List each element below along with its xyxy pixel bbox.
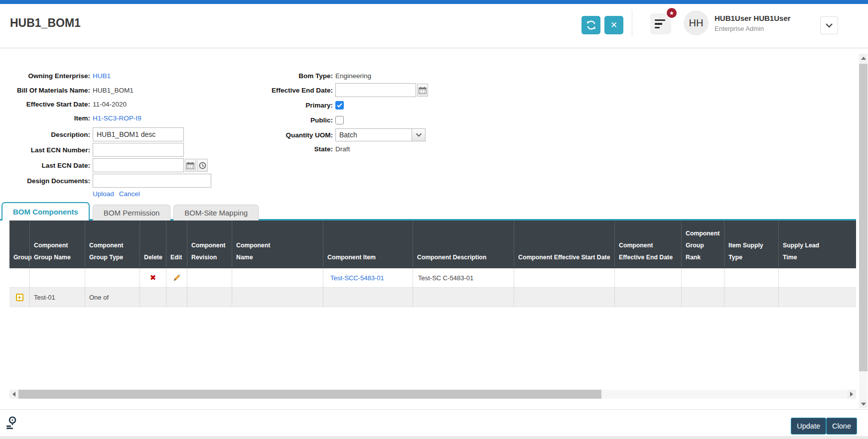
effective-end-date-input[interactable] (335, 83, 416, 97)
col-component-effective-start-date[interactable]: Component Effective Start Date (514, 220, 614, 268)
refresh-button[interactable] (581, 16, 600, 34)
item-label: Item: (9, 114, 93, 122)
state-label: State: (247, 145, 335, 153)
refresh-icon (586, 20, 596, 30)
tab-bar: BOM Components BOM Permission BOM-Site M… (1, 202, 262, 220)
arrow-down-icon (861, 403, 866, 406)
horizontal-scrollbar[interactable] (9, 390, 856, 399)
update-button[interactable]: Update (791, 418, 826, 435)
effective-start-label: Effective Start Date: (9, 101, 93, 108)
col-component-group-type[interactable]: Component Group Type (85, 220, 140, 268)
item-link[interactable]: H1-SC3-ROP-I9 (93, 114, 142, 122)
audit-trail-button[interactable] (5, 416, 17, 432)
cancel-link[interactable]: Cancel (119, 190, 140, 198)
component-group-name-cell: Test-01 (29, 288, 85, 307)
effective-start-value: 11-04-2020 (93, 101, 127, 108)
col-edit[interactable]: Edit (166, 220, 187, 268)
col-component-revision[interactable]: Component Revision (187, 220, 232, 268)
clone-button[interactable]: Clone (826, 418, 857, 435)
vertical-scrollbar[interactable] (859, 54, 868, 408)
bom-type-label: Bom Type: (247, 72, 335, 80)
tab-bom-components[interactable]: BOM Components (1, 202, 90, 220)
last-ecn-number-input[interactable] (93, 143, 184, 157)
tab-bom-site-mapping[interactable]: BOM-Site Mapping (173, 205, 259, 220)
primary-label: Primary: (247, 102, 335, 109)
bom-name-label: Bill Of Materials Name: (9, 87, 93, 94)
scroll-right-button[interactable] (847, 390, 856, 399)
col-component-name[interactable]: Component Name (232, 220, 323, 268)
bom-name-value: HUB1_BOM1 (93, 87, 134, 94)
calendar-icon (419, 87, 427, 94)
bom-type-value: Engineering (335, 72, 371, 80)
design-documents-input[interactable] (93, 174, 211, 188)
design-documents-label: Design Documents: (9, 177, 93, 185)
audit-trail-icon (5, 416, 17, 430)
col-group[interactable]: Group (9, 220, 29, 268)
description-label: Description: (9, 131, 93, 138)
table-row: ✖ Test-SCC-5483-01 Test-SC C-5483-01 (9, 268, 856, 288)
top-accent-bar (0, 0, 868, 4)
bom-components-table: Group Component Group Name Component Gro… (9, 220, 856, 307)
chevron-down-icon (416, 133, 422, 137)
table-header-row: Group Component Group Name Component Gro… (9, 220, 856, 268)
col-supply-lead-time[interactable]: Supply Lead Time (778, 220, 856, 268)
effective-end-calendar-button[interactable] (417, 84, 428, 97)
close-icon: ✕ (610, 20, 617, 30)
clock-icon (199, 162, 206, 169)
state-value: Draft (335, 145, 350, 153)
arrow-up-icon (861, 57, 866, 60)
public-checkbox[interactable] (335, 116, 344, 124)
star-icon: ★ (669, 10, 674, 16)
col-item-supply-type[interactable]: Item Supply Type (724, 220, 778, 268)
quantity-uom-value: Batch (336, 131, 412, 139)
public-label: Public: (247, 116, 335, 124)
scroll-left-button[interactable] (9, 390, 18, 399)
effective-end-label: Effective End Date: (247, 87, 335, 94)
col-component-description[interactable]: Component Description (413, 220, 514, 268)
table-row: + Test-01 One of (9, 288, 856, 307)
action-footer: Update Clone (0, 409, 868, 436)
page-title: HUB1_BOM1 (10, 16, 81, 30)
user-name: HUB1User HUB1User (715, 14, 791, 22)
scroll-down-button[interactable] (859, 400, 868, 408)
expand-group-icon[interactable]: + (16, 294, 23, 301)
chevron-down-icon (825, 23, 833, 28)
app-header: HUB1_BOM1 ✕ ★ HH HUB1User HUB1User Enter… (0, 4, 868, 43)
primary-checkbox[interactable] (335, 101, 344, 110)
col-delete[interactable]: Delete (140, 220, 166, 268)
user-avatar[interactable]: HH (684, 10, 709, 35)
component-item-link[interactable]: Test-SCC-5483-01 (330, 274, 384, 282)
last-ecn-date-input[interactable] (93, 158, 184, 172)
description-input[interactable] (93, 127, 184, 141)
close-button[interactable]: ✕ (604, 16, 623, 34)
col-component-effective-end-date[interactable]: Component Effective End Date (614, 220, 681, 268)
user-role: Enterprise Admin (715, 25, 764, 32)
vertical-scroll-thumb[interactable] (859, 64, 868, 371)
col-component-group-rank[interactable]: Component Group Rank (681, 220, 724, 268)
header-separator (0, 47, 868, 49)
scroll-up-button[interactable] (859, 54, 868, 62)
menu-icon (655, 19, 665, 21)
arrow-right-icon (850, 392, 853, 397)
bom-detail-page: HUB1_BOM1 ✕ ★ HH HUB1User HUB1User Enter… (0, 0, 868, 439)
component-group-type-cell: One of (85, 288, 140, 307)
edit-pencil-icon[interactable] (172, 274, 181, 282)
col-component-item[interactable]: Component Item (323, 220, 413, 268)
bottom-strip (0, 436, 868, 439)
check-icon (337, 103, 342, 108)
horizontal-scroll-thumb[interactable] (18, 390, 601, 399)
tab-bom-permission[interactable]: BOM Permission (93, 205, 171, 220)
last-ecn-number-label: Last ECN Number: (9, 146, 93, 154)
delete-row-icon[interactable]: ✖ (150, 273, 156, 282)
owning-enterprise-label: Owning Enterprise: (9, 72, 93, 80)
quantity-uom-label: Quantity UOM: (247, 131, 335, 139)
header-divider (632, 10, 632, 37)
quantity-uom-select[interactable]: Batch (335, 128, 426, 141)
user-menu-button[interactable] (820, 16, 838, 34)
col-component-group-name[interactable]: Component Group Name (29, 220, 85, 268)
last-ecn-date-time-button[interactable] (197, 159, 208, 172)
calendar-icon (186, 162, 194, 169)
owning-enterprise-link[interactable]: HUB1 (93, 72, 111, 80)
upload-link[interactable]: Upload (93, 190, 114, 198)
last-ecn-date-calendar-button[interactable] (185, 159, 196, 172)
